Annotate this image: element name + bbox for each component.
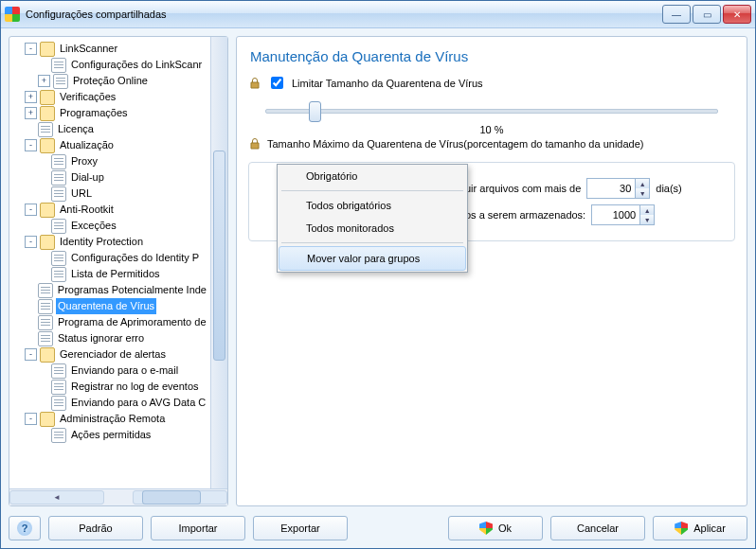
maximize-button[interactable]: ▭	[693, 5, 721, 24]
tree-item[interactable]: Ações permitidas	[11, 427, 210, 443]
apply-button[interactable]: Aplicar	[653, 516, 747, 540]
tree-item[interactable]: Quarentena de Vírus	[11, 298, 210, 314]
tree-item[interactable]: Programas Potencialmente Inde	[11, 282, 210, 298]
expand-icon[interactable]: +	[25, 91, 37, 103]
tree-item-label: Ações permitidas	[69, 427, 153, 443]
tree-horizontal-scrollbar[interactable]: ◄ ►	[9, 488, 227, 505]
size-slider[interactable]	[265, 99, 718, 122]
tree-item-label: Verificações	[58, 89, 117, 105]
default-button[interactable]: Padrão	[48, 516, 143, 540]
tree-item[interactable]: +Proteção Online	[11, 73, 210, 89]
tree-spacer	[38, 430, 48, 440]
window-buttons: — ▭ ✕	[662, 5, 751, 24]
tree-spacer	[25, 333, 35, 344]
page-icon	[53, 74, 68, 89]
tree-vertical-scrollbar[interactable]	[210, 37, 227, 488]
app-icon	[5, 7, 20, 22]
help-button[interactable]: ?	[9, 516, 41, 540]
tree-item[interactable]: Registrar no log de eventos	[11, 379, 210, 395]
lock-icon[interactable]	[248, 137, 261, 151]
spin-up-icon[interactable]: ▲	[636, 179, 649, 188]
folder-icon	[40, 90, 55, 105]
folder-icon	[40, 203, 55, 218]
tree-item-label: Proxy	[69, 153, 99, 169]
tree-item[interactable]: Licença	[11, 121, 210, 137]
limit-size-checkbox[interactable]	[271, 77, 283, 89]
tree-item[interactable]: -Identity Protection	[11, 234, 210, 250]
tree-item[interactable]: Configurações do Identity P	[11, 250, 210, 266]
menu-item-move-value[interactable]: Mover valor para grupos	[279, 246, 466, 271]
page-icon	[51, 58, 66, 73]
expand-icon[interactable]: +	[25, 107, 37, 119]
ok-button[interactable]: Ok	[448, 516, 543, 540]
max-files-spinner[interactable]: ▲▼	[591, 204, 655, 225]
tree-spacer	[38, 156, 48, 167]
context-menu[interactable]: Obrigatório Todos obrigatórios Todos mon…	[277, 164, 468, 273]
tree-item-label: URL	[69, 186, 94, 202]
tree-item-label: LinkScanner	[58, 41, 119, 57]
collapse-icon[interactable]: -	[25, 43, 37, 55]
spin-up-icon[interactable]: ▲	[640, 205, 654, 215]
page-icon	[38, 122, 53, 137]
page-icon	[51, 267, 66, 282]
menu-separator	[281, 242, 463, 243]
collapse-icon[interactable]: -	[25, 139, 37, 151]
days-spinner[interactable]: ▲▼	[586, 178, 650, 199]
spin-down-icon[interactable]: ▼	[640, 215, 654, 224]
tree-item-label: Enviando para o AVG Data C	[69, 395, 207, 411]
titlebar[interactable]: Configurações compartilhadas — ▭ ✕	[1, 1, 755, 28]
expand-icon[interactable]: +	[38, 75, 50, 87]
tree-item[interactable]: Programa de Aprimoramento de	[11, 314, 210, 330]
page-icon	[38, 299, 53, 314]
tree-item[interactable]: Exceções	[11, 218, 210, 234]
tree-item-label: Enviando para o e-mail	[69, 363, 180, 379]
folder-icon	[40, 42, 55, 57]
shield-icon	[479, 522, 493, 535]
cancel-button[interactable]: Cancelar	[550, 516, 645, 540]
tree-spacer	[38, 269, 48, 279]
tree-item[interactable]: -Administração Remota	[11, 411, 210, 427]
folder-icon	[40, 106, 55, 121]
tree-item[interactable]: Lista de Permitidos	[11, 266, 210, 282]
tree-item[interactable]: +Programações	[11, 105, 210, 121]
tree-item[interactable]: Proxy	[11, 153, 210, 169]
tree-item[interactable]: -Anti-Rootkit	[11, 202, 210, 218]
export-button[interactable]: Exportar	[253, 516, 348, 540]
menu-separator	[281, 190, 463, 191]
menu-item-mandatory[interactable]: Obrigatório	[278, 165, 467, 187]
tree-item[interactable]: -LinkScanner	[11, 41, 210, 57]
lock-icon[interactable]	[248, 77, 261, 90]
tree-item[interactable]: -Gerenciador de alertas	[11, 346, 210, 363]
tree-item[interactable]: Configurações do LinkScanr	[11, 57, 210, 73]
menu-item-all-monitored[interactable]: Todos monitorados	[278, 217, 467, 239]
tree-spacer	[38, 60, 48, 70]
limit-size-label: Limitar Tamanho da Quarentena de Vírus	[292, 78, 483, 89]
spin-down-icon[interactable]: ▼	[636, 188, 649, 198]
tree-item[interactable]: Enviando para o e-mail	[11, 363, 210, 379]
tree-item-label: Gerenciador de alertas	[58, 346, 168, 363]
folder-icon	[40, 138, 55, 153]
tree-item[interactable]: Enviando para o AVG Data C	[11, 395, 210, 411]
max-files-input[interactable]	[592, 209, 639, 221]
tree-item[interactable]: URL	[11, 186, 210, 202]
close-button[interactable]: ✕	[723, 5, 751, 24]
tree-item-label: Programações	[58, 105, 130, 121]
tree-item[interactable]: Dial-up	[11, 169, 210, 186]
minimize-button[interactable]: —	[662, 5, 691, 24]
tree-item[interactable]: Status ignorar erro	[11, 330, 210, 346]
collapse-icon[interactable]: -	[25, 413, 37, 425]
nav-tree[interactable]: -LinkScannerConfigurações do LinkScanr+P…	[9, 37, 210, 488]
scroll-left-button[interactable]: ◄	[9, 490, 104, 505]
menu-item-all-mandatory[interactable]: Todos obrigatórios	[278, 194, 467, 217]
page-title: Manutenção da Quarenta de Vírus	[250, 48, 735, 64]
days-input[interactable]	[587, 183, 635, 194]
page-icon	[38, 315, 53, 330]
collapse-icon[interactable]: -	[25, 204, 37, 216]
tree-item[interactable]: +Verificações	[11, 89, 210, 105]
collapse-icon[interactable]: -	[25, 236, 37, 248]
tree-item[interactable]: -Atualização	[11, 137, 210, 153]
collapse-icon[interactable]: -	[25, 348, 37, 361]
import-button[interactable]: Importar	[151, 516, 245, 540]
page-icon	[51, 219, 66, 234]
tree-item-label: Proteção Online	[71, 73, 150, 89]
